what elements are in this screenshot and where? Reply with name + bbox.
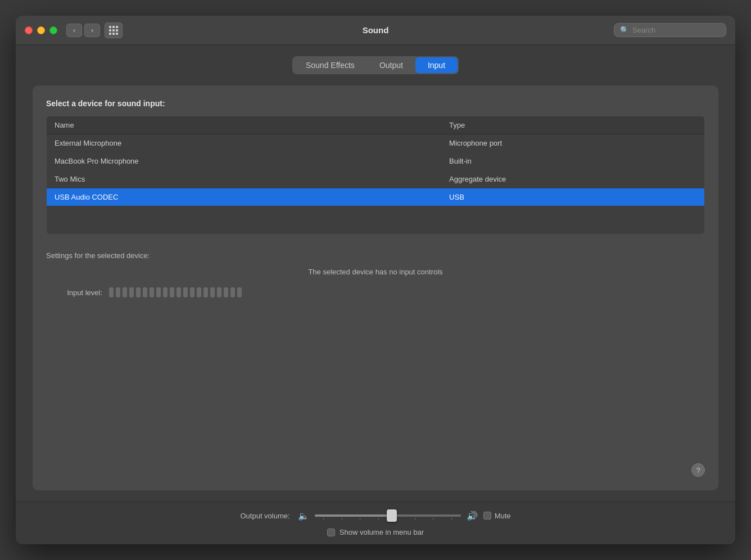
settings-section: Settings for the selected device: The se… xyxy=(46,251,705,309)
input-level-label: Input level: xyxy=(57,288,102,297)
level-bar xyxy=(210,287,215,297)
search-box[interactable]: 🔍 xyxy=(614,23,726,37)
back-button[interactable]: ‹ xyxy=(66,24,82,37)
table-row[interactable]: MacBook Pro Microphone Built-in xyxy=(47,152,705,170)
show-volume-label: Show volume in menu bar xyxy=(340,528,424,536)
level-bar xyxy=(177,287,181,297)
device-name: MacBook Pro Microphone xyxy=(47,152,442,170)
volume-high-icon: 🔊 xyxy=(467,511,478,521)
settings-label: Settings for the selected device: xyxy=(46,251,705,260)
title-bar: ‹ › Sound 🔍 xyxy=(16,16,735,45)
level-bar xyxy=(136,287,141,297)
device-type: Built-in xyxy=(441,152,704,170)
input-level-meter xyxy=(109,287,242,297)
tabs: Sound Effects Output Input xyxy=(292,56,459,74)
level-bar xyxy=(129,287,134,297)
close-button[interactable] xyxy=(25,26,33,34)
level-bar xyxy=(224,287,228,297)
device-type: Microphone port xyxy=(441,134,704,152)
main-window: ‹ › Sound 🔍 Sound Effects Output xyxy=(16,16,735,544)
search-icon: 🔍 xyxy=(620,26,629,34)
volume-slider[interactable] xyxy=(315,510,461,521)
no-controls-message: The selected device has no input control… xyxy=(46,268,705,276)
maximize-button[interactable] xyxy=(49,26,57,34)
tab-input[interactable]: Input xyxy=(415,57,458,73)
volume-tick xyxy=(451,518,452,520)
show-volume-checkbox[interactable] xyxy=(327,529,335,536)
device-table: Name Type External Microphone Microphone… xyxy=(46,116,705,234)
table-row-selected[interactable]: USB Audio CODEC USB xyxy=(47,188,705,206)
table-row[interactable]: External Microphone Microphone port xyxy=(47,134,705,152)
search-input[interactable] xyxy=(632,26,720,34)
minimize-button[interactable] xyxy=(37,26,45,34)
device-name: Two Mics xyxy=(47,170,442,188)
chevron-right-icon: › xyxy=(91,26,93,34)
volume-tick xyxy=(433,518,433,520)
mute-area: Mute xyxy=(483,512,511,520)
device-type: Aggregate device xyxy=(441,170,704,188)
output-volume-label: Output volume: xyxy=(240,512,289,520)
volume-tick xyxy=(342,518,342,520)
level-bar xyxy=(237,287,242,297)
level-bar xyxy=(190,287,194,297)
menu-bar-row: Show volume in menu bar xyxy=(33,528,718,536)
mute-label: Mute xyxy=(495,512,511,520)
main-content: Sound Effects Output Input Select a devi… xyxy=(16,45,735,502)
level-bar xyxy=(197,287,201,297)
device-name: External Microphone xyxy=(47,134,442,152)
level-bar xyxy=(150,287,154,297)
chevron-left-icon: ‹ xyxy=(73,26,75,34)
traffic-lights xyxy=(25,26,57,34)
mute-checkbox[interactable] xyxy=(483,512,491,520)
level-bar xyxy=(203,287,208,297)
tab-output[interactable]: Output xyxy=(367,57,415,73)
table-row-empty xyxy=(47,206,705,234)
window-title: Sound xyxy=(363,25,389,35)
volume-thumb[interactable] xyxy=(387,509,397,522)
level-bar xyxy=(123,287,127,297)
table-row[interactable]: Two Mics Aggregate device xyxy=(47,170,705,188)
level-bar xyxy=(170,287,174,297)
level-bar xyxy=(217,287,221,297)
volume-tick xyxy=(323,518,324,520)
column-header-type: Type xyxy=(441,116,704,134)
input-panel: Select a device for sound input: Name Ty… xyxy=(33,85,718,490)
volume-tick xyxy=(360,518,360,520)
device-name: USB Audio CODEC xyxy=(47,188,442,206)
column-header-name: Name xyxy=(47,116,442,134)
level-bar xyxy=(116,287,120,297)
grid-view-button[interactable] xyxy=(105,22,123,38)
level-bar xyxy=(143,287,147,297)
level-bar xyxy=(163,287,168,297)
tabs-container: Sound Effects Output Input xyxy=(33,56,718,74)
forward-button[interactable]: › xyxy=(84,24,100,37)
help-button[interactable]: ? xyxy=(691,463,705,477)
volume-row: Output volume: 🔈 🔊 Mute xyxy=(33,510,718,521)
grid-icon xyxy=(109,26,118,35)
bottom-bar: Output volume: 🔈 🔊 Mute Show volume in m… xyxy=(16,502,735,544)
section-heading: Select a device for sound input: xyxy=(46,99,705,108)
level-bar xyxy=(230,287,235,297)
input-level-row: Input level: xyxy=(46,287,705,297)
level-bar xyxy=(109,287,114,297)
volume-filled xyxy=(315,514,395,517)
device-type: USB xyxy=(441,188,704,206)
volume-tick xyxy=(415,518,415,520)
nav-buttons: ‹ › xyxy=(66,24,100,37)
volume-tick xyxy=(378,518,379,520)
level-bar xyxy=(156,287,161,297)
volume-low-icon: 🔈 xyxy=(298,511,309,521)
tab-sound-effects[interactable]: Sound Effects xyxy=(293,57,367,73)
level-bar xyxy=(183,287,188,297)
